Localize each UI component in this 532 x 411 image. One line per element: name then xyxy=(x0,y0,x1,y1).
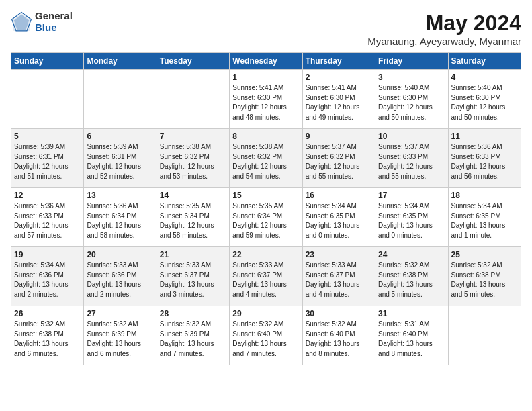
calendar-week-row: 5Sunrise: 5:39 AM Sunset: 6:31 PM Daylig… xyxy=(11,129,521,188)
table-row: 17Sunrise: 5:34 AM Sunset: 6:35 PM Dayli… xyxy=(375,188,448,247)
day-info: Sunrise: 5:32 AM Sunset: 6:39 PM Dayligh… xyxy=(160,320,226,359)
day-number: 16 xyxy=(306,191,372,200)
day-number: 2 xyxy=(306,73,372,82)
day-number: 26 xyxy=(14,309,81,318)
day-number: 19 xyxy=(14,250,81,259)
day-info: Sunrise: 5:34 AM Sunset: 6:36 PM Dayligh… xyxy=(14,261,81,300)
day-info: Sunrise: 5:34 AM Sunset: 6:35 PM Dayligh… xyxy=(378,201,445,240)
day-number: 24 xyxy=(378,250,445,259)
day-number: 20 xyxy=(87,250,153,259)
day-info: Sunrise: 5:32 AM Sunset: 6:40 PM Dayligh… xyxy=(232,320,299,359)
header-thursday: Thursday xyxy=(302,53,375,70)
logo-general-text: General xyxy=(35,11,73,22)
table-row: 10Sunrise: 5:37 AM Sunset: 6:33 PM Dayli… xyxy=(375,129,448,188)
day-number: 5 xyxy=(14,132,81,141)
table-row xyxy=(11,70,84,129)
day-info: Sunrise: 5:36 AM Sunset: 6:33 PM Dayligh… xyxy=(451,142,518,181)
table-row xyxy=(157,70,229,129)
day-number: 7 xyxy=(160,132,226,141)
day-number: 27 xyxy=(87,309,153,318)
table-row: 13Sunrise: 5:36 AM Sunset: 6:34 PM Dayli… xyxy=(84,188,157,247)
day-info: Sunrise: 5:37 AM Sunset: 6:32 PM Dayligh… xyxy=(306,142,372,181)
table-row xyxy=(448,306,521,365)
day-number: 11 xyxy=(451,132,518,141)
month-year-title: May 2024 xyxy=(367,11,521,36)
table-row: 1Sunrise: 5:41 AM Sunset: 6:30 PM Daylig… xyxy=(230,70,302,129)
day-number: 17 xyxy=(378,191,445,200)
day-number: 4 xyxy=(451,73,518,82)
table-row: 11Sunrise: 5:36 AM Sunset: 6:33 PM Dayli… xyxy=(448,129,521,188)
day-number: 31 xyxy=(378,309,445,318)
calendar-week-row: 19Sunrise: 5:34 AM Sunset: 6:36 PM Dayli… xyxy=(11,247,521,306)
day-info: Sunrise: 5:36 AM Sunset: 6:33 PM Dayligh… xyxy=(14,201,81,240)
day-number: 23 xyxy=(306,250,372,259)
day-info: Sunrise: 5:32 AM Sunset: 6:40 PM Dayligh… xyxy=(306,320,372,359)
day-info: Sunrise: 5:38 AM Sunset: 6:32 PM Dayligh… xyxy=(232,142,299,181)
day-number: 29 xyxy=(232,309,299,318)
day-number: 25 xyxy=(451,250,518,259)
day-number: 1 xyxy=(232,73,299,82)
title-block: May 2024 Myanaung, Ayeyarwady, Myanmar xyxy=(367,11,521,47)
day-number: 30 xyxy=(306,309,372,318)
day-info: Sunrise: 5:32 AM Sunset: 6:38 PM Dayligh… xyxy=(14,320,81,359)
logo: General Blue xyxy=(11,11,73,33)
calendar-body: 1Sunrise: 5:41 AM Sunset: 6:30 PM Daylig… xyxy=(11,70,521,365)
day-number: 12 xyxy=(14,191,81,200)
header-sunday: Sunday xyxy=(11,53,84,70)
table-row: 21Sunrise: 5:33 AM Sunset: 6:37 PM Dayli… xyxy=(157,247,229,306)
table-row: 2Sunrise: 5:41 AM Sunset: 6:30 PM Daylig… xyxy=(302,70,375,129)
table-row: 25Sunrise: 5:32 AM Sunset: 6:38 PM Dayli… xyxy=(448,247,521,306)
header-friday: Friday xyxy=(375,53,448,70)
table-row: 29Sunrise: 5:32 AM Sunset: 6:40 PM Dayli… xyxy=(230,306,302,365)
table-row: 26Sunrise: 5:32 AM Sunset: 6:38 PM Dayli… xyxy=(11,306,84,365)
day-info: Sunrise: 5:33 AM Sunset: 6:36 PM Dayligh… xyxy=(87,261,153,300)
page-header: General Blue May 2024 Myanaung, Ayeyarwa… xyxy=(11,11,521,47)
table-row: 22Sunrise: 5:33 AM Sunset: 6:37 PM Dayli… xyxy=(230,247,302,306)
day-info: Sunrise: 5:35 AM Sunset: 6:34 PM Dayligh… xyxy=(160,201,226,240)
table-row: 28Sunrise: 5:32 AM Sunset: 6:39 PM Dayli… xyxy=(157,306,229,365)
day-number: 22 xyxy=(232,250,299,259)
header-wednesday: Wednesday xyxy=(230,53,302,70)
table-row: 5Sunrise: 5:39 AM Sunset: 6:31 PM Daylig… xyxy=(11,129,84,188)
day-info: Sunrise: 5:32 AM Sunset: 6:39 PM Dayligh… xyxy=(87,320,153,359)
table-row: 7Sunrise: 5:38 AM Sunset: 6:32 PM Daylig… xyxy=(157,129,229,188)
day-number: 15 xyxy=(232,191,299,200)
table-row: 15Sunrise: 5:35 AM Sunset: 6:34 PM Dayli… xyxy=(230,188,302,247)
day-info: Sunrise: 5:32 AM Sunset: 6:38 PM Dayligh… xyxy=(378,261,445,300)
header-row: Sunday Monday Tuesday Wednesday Thursday… xyxy=(11,53,521,70)
day-info: Sunrise: 5:34 AM Sunset: 6:35 PM Dayligh… xyxy=(306,201,372,240)
day-number: 13 xyxy=(87,191,153,200)
table-row: 24Sunrise: 5:32 AM Sunset: 6:38 PM Dayli… xyxy=(375,247,448,306)
day-number: 3 xyxy=(378,73,445,82)
table-row: 23Sunrise: 5:33 AM Sunset: 6:37 PM Dayli… xyxy=(302,247,375,306)
day-info: Sunrise: 5:33 AM Sunset: 6:37 PM Dayligh… xyxy=(232,261,299,300)
day-info: Sunrise: 5:36 AM Sunset: 6:34 PM Dayligh… xyxy=(87,201,153,240)
day-info: Sunrise: 5:39 AM Sunset: 6:31 PM Dayligh… xyxy=(87,142,153,181)
table-row: 30Sunrise: 5:32 AM Sunset: 6:40 PM Dayli… xyxy=(302,306,375,365)
calendar-week-row: 26Sunrise: 5:32 AM Sunset: 6:38 PM Dayli… xyxy=(11,306,521,365)
day-number: 14 xyxy=(160,191,226,200)
header-monday: Monday xyxy=(84,53,157,70)
day-info: Sunrise: 5:35 AM Sunset: 6:34 PM Dayligh… xyxy=(232,201,299,240)
table-row: 4Sunrise: 5:40 AM Sunset: 6:30 PM Daylig… xyxy=(448,70,521,129)
logo-icon xyxy=(11,11,32,33)
day-number: 21 xyxy=(160,250,226,259)
table-row: 16Sunrise: 5:34 AM Sunset: 6:35 PM Dayli… xyxy=(302,188,375,247)
header-tuesday: Tuesday xyxy=(157,53,229,70)
day-info: Sunrise: 5:32 AM Sunset: 6:38 PM Dayligh… xyxy=(451,261,518,300)
day-info: Sunrise: 5:40 AM Sunset: 6:30 PM Dayligh… xyxy=(378,83,445,122)
day-info: Sunrise: 5:39 AM Sunset: 6:31 PM Dayligh… xyxy=(14,142,81,181)
day-number: 10 xyxy=(378,132,445,141)
table-row: 8Sunrise: 5:38 AM Sunset: 6:32 PM Daylig… xyxy=(230,129,302,188)
table-row: 14Sunrise: 5:35 AM Sunset: 6:34 PM Dayli… xyxy=(157,188,229,247)
table-row: 19Sunrise: 5:34 AM Sunset: 6:36 PM Dayli… xyxy=(11,247,84,306)
calendar-table: Sunday Monday Tuesday Wednesday Thursday… xyxy=(11,52,521,365)
day-info: Sunrise: 5:41 AM Sunset: 6:30 PM Dayligh… xyxy=(232,83,299,122)
table-row: 3Sunrise: 5:40 AM Sunset: 6:30 PM Daylig… xyxy=(375,70,448,129)
table-row: 6Sunrise: 5:39 AM Sunset: 6:31 PM Daylig… xyxy=(84,129,157,188)
day-number: 6 xyxy=(87,132,153,141)
calendar-week-row: 1Sunrise: 5:41 AM Sunset: 6:30 PM Daylig… xyxy=(11,70,521,129)
day-number: 9 xyxy=(306,132,372,141)
day-info: Sunrise: 5:40 AM Sunset: 6:30 PM Dayligh… xyxy=(451,83,518,122)
table-row: 31Sunrise: 5:31 AM Sunset: 6:40 PM Dayli… xyxy=(375,306,448,365)
